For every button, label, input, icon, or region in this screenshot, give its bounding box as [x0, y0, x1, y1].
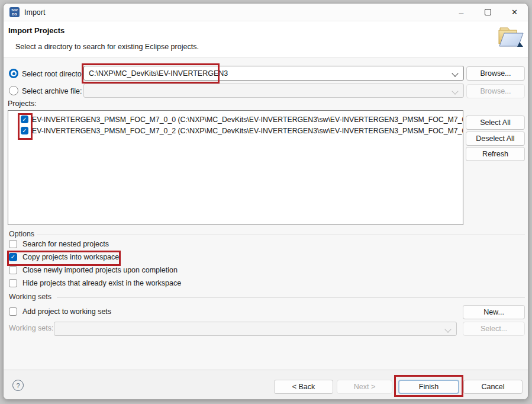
option-label: Copy projects into workspace — [22, 253, 119, 261]
option-label: Hide projects that already exist in the … — [22, 279, 181, 287]
refresh-button[interactable]: Refresh — [466, 147, 525, 161]
help-button[interactable]: ? — [12, 380, 24, 391]
working-sets-group-label: Working sets — [9, 293, 51, 301]
refresh-label: Refresh — [482, 150, 508, 158]
options-group-line — [37, 235, 525, 235]
project-item-label: EV-INVERTERGEN3_PMSM_FOC_M7_0_0 (C:\NXP\… — [32, 116, 463, 124]
select-working-set-label: Select... — [481, 325, 507, 333]
checkbox-checked[interactable] — [9, 253, 17, 261]
add-to-working-sets-option[interactable]: Add project to working sets — [9, 307, 111, 316]
working-sets-group-line — [57, 297, 525, 298]
chevron-down-icon — [444, 326, 451, 332]
chevron-down-icon — [452, 70, 458, 76]
maximize-button[interactable] — [475, 4, 501, 21]
minimize-button[interactable]: – — [448, 4, 475, 21]
deselect-all-label: Deselect All — [476, 134, 514, 143]
option-copy-projects[interactable]: Copy projects into workspace — [9, 253, 119, 261]
next-button: Next > — [337, 380, 392, 394]
archive-file-radio[interactable] — [9, 86, 18, 95]
root-directory-value: C:\NXP\MC_DevKits\EV-INVERTERGEN3 — [89, 69, 228, 78]
options-group-label: Options — [9, 230, 34, 238]
select-all-button[interactable]: Select All — [466, 116, 525, 130]
new-working-set-label: New... — [483, 308, 504, 316]
back-button[interactable]: < Back — [274, 380, 333, 394]
project-item-label: EV-INVERTERGEN3_PMSM_FOC_M7_0_2 (C:\NXP\… — [32, 127, 463, 135]
root-directory-combo[interactable]: C:\NXP\MC_DevKits\EV-INVERTERGEN3 — [83, 66, 464, 81]
project-list-item[interactable]: EV-INVERTERGEN3_PMSM_FOC_M7_0_2 (C:\NXP\… — [8, 125, 463, 136]
cancel-label: Cancel — [482, 383, 505, 391]
browse-archive-button: Browse... — [466, 84, 525, 98]
working-sets-combo — [54, 322, 457, 336]
option-label: Search for nested projects — [22, 240, 109, 248]
maximize-icon — [485, 9, 491, 15]
titlebar: S32 DS Import – ✕ — [4, 4, 528, 21]
import-folder-icon — [496, 23, 524, 50]
page-title: Import Projects — [8, 26, 65, 35]
close-icon: ✕ — [511, 8, 518, 17]
minimize-icon: – — [459, 8, 464, 17]
finish-label: Finish — [419, 383, 439, 391]
project-checkbox-checked[interactable] — [21, 116, 28, 123]
cancel-button[interactable]: Cancel — [463, 380, 523, 394]
browse-root-label: Browse... — [480, 69, 511, 78]
project-list-item[interactable]: EV-INVERTERGEN3_PMSM_FOC_M7_0_0 (C:\NXP\… — [8, 114, 463, 125]
option-search-nested[interactable]: Search for nested projects — [9, 240, 109, 248]
working-sets-field-label: Working sets: — [9, 324, 54, 332]
archive-file-label: Select archive file: — [22, 87, 82, 95]
browse-root-button[interactable]: Browse... — [466, 66, 525, 81]
window-title: Import — [24, 8, 45, 17]
finish-button[interactable]: Finish — [398, 380, 459, 394]
archive-file-combo — [83, 84, 464, 98]
help-icon: ? — [16, 382, 20, 389]
window-controls: – ✕ — [448, 4, 528, 21]
select-all-label: Select All — [480, 118, 510, 127]
page-subtitle: Select a directory to search for existin… — [15, 43, 199, 51]
s32ds-app-icon: S32 DS — [9, 7, 20, 17]
root-directory-label: Select root directory: — [22, 70, 90, 78]
add-to-working-sets-label: Add project to working sets — [22, 307, 111, 316]
wizard-header: Import Projects Select a directory to se… — [4, 21, 528, 58]
new-working-set-button[interactable]: New... — [463, 305, 525, 319]
checkbox-unchecked[interactable] — [9, 307, 17, 316]
back-label: < Back — [292, 383, 315, 391]
deselect-all-button[interactable]: Deselect All — [466, 132, 525, 146]
projects-label: Projects: — [8, 100, 37, 108]
app-icon-line1: S32 — [11, 8, 18, 12]
select-working-set-button: Select... — [463, 322, 525, 336]
root-directory-radio[interactable] — [9, 69, 18, 78]
option-label: Close newly imported projects upon compl… — [22, 266, 178, 274]
checkbox-unchecked[interactable] — [9, 240, 17, 248]
option-hide-existing[interactable]: Hide projects that already exist in the … — [9, 279, 181, 287]
projects-list[interactable]: EV-INVERTERGEN3_PMSM_FOC_M7_0_0 (C:\NXP\… — [8, 110, 463, 225]
chevron-down-icon — [452, 88, 458, 94]
import-dialog: S32 DS Import – ✕ Import Projects Select… — [3, 3, 528, 400]
checkbox-unchecked[interactable] — [9, 279, 17, 287]
button-bar: ? < Back Next > Finish Cancel — [4, 370, 528, 399]
app-icon-line2: DS — [12, 12, 17, 17]
project-checkbox-checked[interactable] — [21, 127, 28, 134]
option-close-imported[interactable]: Close newly imported projects upon compl… — [9, 266, 178, 274]
next-label: Next > — [354, 383, 375, 391]
browse-archive-label: Browse... — [480, 87, 511, 95]
checkbox-unchecked[interactable] — [9, 266, 17, 274]
close-button[interactable]: ✕ — [501, 4, 528, 21]
